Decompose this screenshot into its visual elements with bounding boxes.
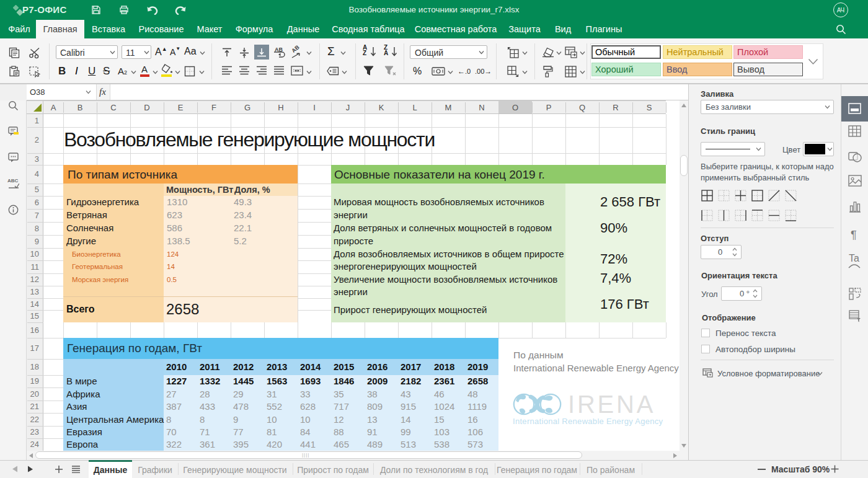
svg-text:IRENA: IRENA (568, 391, 655, 418)
svg-text:International Renewable Energy: International Renewable Energy Agency (513, 417, 663, 426)
